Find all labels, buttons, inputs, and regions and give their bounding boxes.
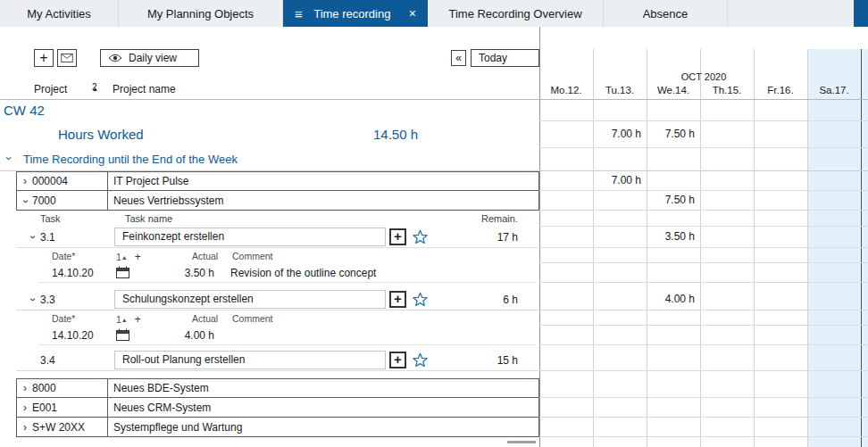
expand-icon[interactable]: › — [20, 382, 30, 394]
collapse-icon[interactable]: › — [27, 232, 39, 243]
tab-label: Absence — [643, 7, 689, 21]
tab-bar: My Activities My Planning Objects ≡ Time… — [0, 0, 868, 27]
project-code-cell[interactable]: ›7000 — [16, 191, 108, 211]
tab-label: Time Recording Overview — [448, 7, 581, 21]
project-row: ›E001 Neues CRM-System — [0, 398, 868, 418]
project-name-cell[interactable]: IT Project Pulse — [108, 171, 539, 191]
calendar-icon[interactable] — [116, 266, 129, 281]
date-column-header: Date* — [52, 313, 75, 324]
project-name-cell[interactable]: Systempflege und Wartung — [108, 418, 539, 437]
section-header-row: › Time Recording until the End of the We… — [0, 148, 868, 171]
time-recording-app: My Activities My Planning Objects ≡ Time… — [0, 0, 868, 447]
day-value-cell — [807, 289, 861, 310]
entry-table-header: Date* 1▲+ Actual Comment — [0, 248, 868, 263]
comment-column-header: Comment — [232, 313, 273, 324]
today-label: Today — [479, 52, 507, 64]
pane-splitter-handle[interactable] — [507, 441, 536, 443]
day-value-cell: 7.50 h — [647, 121, 700, 147]
project-code-cell[interactable]: ›000004 — [16, 171, 108, 191]
day-column-header: Fr.16. — [754, 83, 807, 99]
expand-icon[interactable]: › — [20, 175, 30, 187]
add-booking-button[interactable]: + — [389, 352, 406, 368]
email-button[interactable] — [57, 49, 77, 67]
entry-date: 14.10.20 — [52, 329, 94, 342]
remaining-hours: 15 h — [497, 354, 518, 367]
add-entry-icon[interactable]: + — [135, 251, 141, 263]
project-column-header[interactable]: Project — [34, 83, 67, 95]
eye-icon — [108, 54, 122, 62]
collapse-icon[interactable]: › — [20, 195, 32, 206]
previous-week-button[interactable]: « — [451, 50, 466, 66]
day-column-header: Sa.17. — [807, 83, 861, 99]
calendar-week-row: CW 42 — [0, 100, 868, 121]
day-value-cell — [754, 289, 807, 310]
add-entry-icon[interactable]: + — [135, 313, 141, 326]
tab-label: Time recording — [313, 7, 390, 21]
entry-actual-hours: 4.00 h — [161, 329, 214, 342]
entry-date: 14.10.20 — [52, 267, 94, 279]
expand-icon[interactable]: › — [20, 401, 30, 414]
view-mode-select[interactable]: Daily view — [100, 49, 199, 67]
task-code: 3.4 — [40, 354, 55, 367]
add-button[interactable]: + — [34, 49, 54, 67]
content-area: + Daily view « Today Project 2▲ Project … — [0, 27, 868, 447]
project-name-cell[interactable]: Neues CRM-System — [108, 398, 539, 418]
chevron-down-icon[interactable]: › — [3, 156, 16, 160]
expand-icon[interactable]: › — [20, 421, 30, 434]
task-name-cell[interactable]: Roll-out Planung erstellen — [114, 351, 386, 369]
favorite-star-icon[interactable] — [413, 352, 428, 369]
day-value-cell — [807, 227, 861, 247]
today-select[interactable]: Today — [471, 49, 539, 67]
tab-time-recording-overview[interactable]: Time Recording Overview — [428, 0, 604, 27]
task-name-cell[interactable]: Feinkonzept erstellen — [114, 228, 386, 246]
day-headers: Mo.12. Tu.13. We.14. Th.15. Fr.16. Sa.17… — [539, 83, 868, 99]
project-name: IT Project Pulse — [113, 175, 188, 187]
project-code: S+W 20XX — [32, 421, 85, 434]
section-title[interactable]: Time Recording until the End of the Week — [23, 153, 238, 166]
tab-my-planning-objects[interactable]: My Planning Objects — [119, 0, 283, 27]
tab-time-recording[interactable]: ≡ Time recording × — [283, 0, 428, 27]
project-row: ›8000 Neues BDE-System — [0, 378, 868, 398]
day-value-cell — [807, 121, 861, 147]
close-tab-icon[interactable]: × — [409, 7, 416, 20]
task-name-cell[interactable]: Schulungskonzept erstellen — [114, 290, 386, 309]
day-value-cell — [700, 171, 754, 190]
day-value-cell: 7.00 h — [593, 171, 647, 190]
date-column-header: Date* — [52, 251, 75, 261]
entry-sort-indicator[interactable]: 1▲+ — [116, 313, 141, 326]
menu-icon[interactable]: ≡ — [295, 7, 303, 21]
toolbar: + Daily view « Today — [0, 27, 868, 69]
day-value-cell — [700, 227, 754, 247]
day-value-cell — [593, 227, 647, 247]
task-code: 3.1 — [40, 231, 55, 244]
day-column-header: Tu.13. — [593, 83, 647, 99]
tab-absence[interactable]: Absence — [604, 0, 728, 27]
tab-my-activities[interactable]: My Activities — [0, 0, 119, 27]
day-value-cell — [700, 289, 754, 310]
task-column-header: Task — [40, 213, 61, 224]
day-value-cell — [754, 227, 807, 247]
project-code-cell[interactable]: ›S+W 20XX — [16, 418, 108, 437]
collapse-icon[interactable]: › — [27, 294, 39, 305]
comment-column-header: Comment — [232, 251, 273, 261]
favorite-star-icon[interactable] — [413, 229, 428, 246]
calendar-icon[interactable] — [116, 328, 129, 344]
remain-column-header: Remain. — [481, 213, 518, 224]
task-table-header: Task Task name Remain. — [0, 211, 868, 227]
project-code-cell[interactable]: ›8000 — [16, 378, 108, 398]
project-name-cell[interactable]: Neues Vertriebssystem — [108, 191, 539, 211]
entry-sort-indicator[interactable]: 1▲+ — [116, 251, 141, 263]
month-header: OCT 2020 — [539, 69, 868, 83]
project-name-cell[interactable]: Neues BDE-System — [108, 378, 539, 398]
add-booking-button[interactable]: + — [389, 228, 406, 245]
add-booking-button[interactable]: + — [389, 291, 406, 308]
project-code-cell[interactable]: ›E001 — [16, 398, 108, 418]
project-name: Systempflege und Wartung — [113, 421, 242, 434]
day-value-cell — [754, 121, 807, 147]
day-value-cell — [647, 171, 700, 190]
calendar-week-label: CW 42 — [4, 103, 45, 118]
favorite-star-icon[interactable] — [413, 292, 428, 309]
tab-scroll-button[interactable] — [854, 0, 868, 27]
project-name-column-header[interactable]: Project name — [113, 83, 176, 95]
entry-actual-hours: 3.50 h — [161, 267, 214, 279]
